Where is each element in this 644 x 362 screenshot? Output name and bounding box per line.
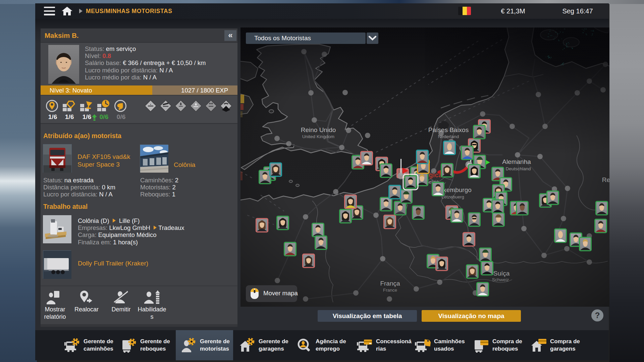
svg-text:★: ★ — [150, 103, 152, 105]
